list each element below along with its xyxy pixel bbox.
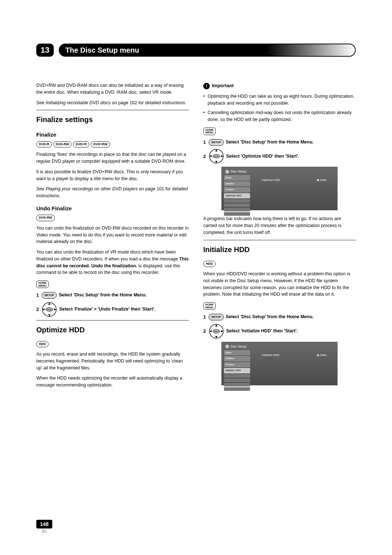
ss-item: Basic xyxy=(224,350,250,356)
setup-button-icon: SETUP xyxy=(42,292,57,299)
finalize-p3-italic: Playing your recordings on other DVD pla… xyxy=(46,186,138,191)
intro-p2a: See xyxy=(36,100,46,105)
hdd-badge-row: HDD xyxy=(203,261,356,267)
step-text: Select 'Initialize HDD' then 'Start'. xyxy=(226,328,298,335)
step-number: 2 xyxy=(36,306,39,313)
step-number: 2 xyxy=(203,328,206,335)
important-bullet: Cancelling optimization mid-way does not… xyxy=(203,109,356,123)
step-number: 2 xyxy=(203,153,206,160)
step-number: 1 xyxy=(203,139,206,146)
warning-icon: ! xyxy=(203,83,210,89)
hdd-badge: HDD xyxy=(36,341,49,348)
ss-item: Finalize xyxy=(224,362,250,368)
ss-item: Basic xyxy=(224,175,250,181)
chapter-title: The Disc Setup menu xyxy=(65,46,139,54)
home-menu-icon-row: HOME MENU xyxy=(36,280,189,289)
ss-item-selected: Initialize HDD xyxy=(224,368,250,373)
svg-marker-19 xyxy=(209,330,212,332)
section-rule xyxy=(203,240,356,240)
format-badge: DVD+R xyxy=(73,141,89,148)
svg-marker-10 xyxy=(215,149,217,151)
ss-item-blank xyxy=(224,383,250,386)
step-number: 1 xyxy=(36,292,39,299)
home-menu-icon-row: HOME MENU xyxy=(203,127,356,136)
ss-center-label: Optimize HDD xyxy=(262,178,280,182)
enter-button-icon: ENTER xyxy=(209,324,224,339)
ss-item-blank xyxy=(224,374,250,378)
page-lang: En xyxy=(36,529,52,533)
home-menu-icon-row: HOME MENU xyxy=(203,301,356,311)
format-badge: DVD+RW xyxy=(91,141,110,148)
ss-item-blank xyxy=(224,208,250,211)
ss-sidebar: Basic Initialize Finalize Initialize HDD xyxy=(224,350,250,392)
finalize-p3: See Playing your recordings on other DVD… xyxy=(36,186,189,199)
home-menu-button-icon: HOME MENU xyxy=(36,280,49,288)
step-1: 1 SETUP Select 'Disc Setup' from the Hom… xyxy=(203,139,356,146)
setup-button-icon: SETUP xyxy=(209,139,224,146)
enter-button-icon: ENTER xyxy=(209,149,224,164)
step-2: 2 ENTER Select 'Initialize HDD' then 'St… xyxy=(203,324,356,339)
ss-item: Initialize xyxy=(224,356,250,361)
init-p1: When your HDD/DVD recorder is working wi… xyxy=(203,271,356,298)
undo-p2: You can also undo the finalization of VR… xyxy=(36,249,189,276)
svg-marker-17 xyxy=(215,324,217,327)
ss-start-label: ▶ Start xyxy=(317,178,326,182)
chapter-number: 13 xyxy=(36,44,54,57)
svg-marker-12 xyxy=(209,155,212,157)
svg-marker-5 xyxy=(42,308,45,311)
step-1: 1 SETUP Select 'Disc Setup' from the Hom… xyxy=(36,292,189,299)
format-badge: DVD-RW xyxy=(53,141,72,148)
svg-marker-6 xyxy=(54,308,56,311)
ss-title: Disc Setup xyxy=(230,345,246,348)
step-text: Select 'Disc Setup' from the Home Menu. xyxy=(226,313,314,320)
disc-setup-screenshot: Disc Setup Basic Initialize Finalize Ini… xyxy=(221,342,338,385)
step-1: 1 SETUP Select 'Disc Setup' from the Hom… xyxy=(203,313,356,321)
enter-button-icon: ENTER xyxy=(42,302,57,317)
left-column: DVD+RW and DVD-RAM discs can also be ini… xyxy=(36,82,189,392)
section-rule xyxy=(36,320,189,321)
disc-setup-screenshot: Disc Setup Basic Initialize Finalize Opt… xyxy=(221,167,338,210)
step-text: Select 'Disc Setup' from the Home Menu. xyxy=(226,139,314,146)
home-menu-button-icon: HOME MENU xyxy=(203,302,216,310)
right-column: !Important Optimizing the HDD can take a… xyxy=(203,82,356,392)
svg-text:ENTER: ENTER xyxy=(47,309,52,311)
finalize-p1: Finalizing 'fixes' the recordings in pla… xyxy=(36,151,189,165)
important-list: Optimizing the HDD can take as long as e… xyxy=(203,93,356,123)
optimize-hdd-heading: Optimize HDD xyxy=(36,324,189,335)
format-badges: DVD-RW xyxy=(36,215,189,221)
ss-item-blank xyxy=(224,212,250,216)
disc-icon xyxy=(225,345,229,348)
undo-p1: You can undo the finalization on DVD-RW … xyxy=(36,225,189,245)
format-badge: DVD-RW xyxy=(36,215,55,221)
undo-p2a: You can also undo the finalization of VR… xyxy=(36,250,179,262)
ss-item-blank xyxy=(224,378,250,382)
intro-p2b: on page 102 for detailed instructions. xyxy=(111,100,186,105)
ss-item-blank xyxy=(224,199,250,203)
progress-p: A progress bar indicates how long there … xyxy=(203,215,356,236)
home-menu-button-icon: HOME MENU xyxy=(203,127,216,135)
page-number-box: 148 En xyxy=(36,520,52,533)
svg-marker-11 xyxy=(215,161,217,163)
ss-center-label: Initialize HDD xyxy=(262,353,279,357)
ss-start-label: ▶ Start xyxy=(317,353,326,357)
step-text: Select 'Disc Setup' from the Home Menu. xyxy=(59,292,147,299)
finalize-heading: Finalize xyxy=(36,131,189,139)
svg-marker-18 xyxy=(215,336,217,338)
svg-text:ENTER: ENTER xyxy=(214,155,219,157)
step-number: 1 xyxy=(203,313,206,321)
initialize-hdd-heading: Initialize HDD xyxy=(203,244,356,255)
svg-marker-3 xyxy=(48,303,50,305)
svg-marker-4 xyxy=(48,314,50,316)
ss-item: Finalize xyxy=(224,187,250,193)
svg-text:ENTER: ENTER xyxy=(214,331,219,332)
undo-finalize-heading: Undo Finalize xyxy=(36,204,189,213)
optimize-p1: As you record, erase and edit recordings… xyxy=(36,351,189,371)
step-text: Select 'Optimize HDD' then 'Start'. xyxy=(226,153,299,160)
ss-item-blank xyxy=(224,387,250,391)
hdd-badge: HDD xyxy=(203,261,216,267)
finalize-p3a: See xyxy=(36,186,46,191)
important-bullet: Optimizing the HDD can take as long as e… xyxy=(203,93,356,107)
intro-p2: See Initializing recordable DVD discs on… xyxy=(36,100,189,106)
ss-title: Disc Setup xyxy=(230,170,246,173)
format-badges: DVD-R DVD-RW DVD+R DVD+RW xyxy=(36,141,189,148)
